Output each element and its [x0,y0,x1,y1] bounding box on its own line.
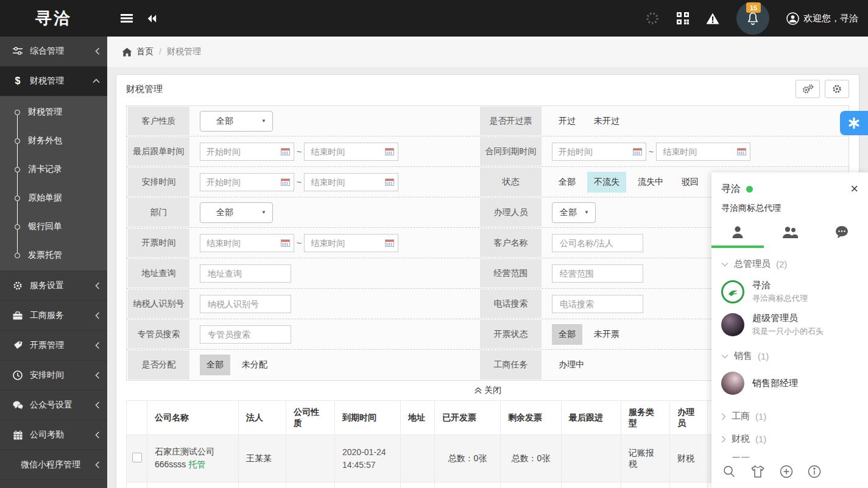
submenu-item-bank-receipts[interactable]: 银行回单 [0,212,107,241]
option-task-in-progress[interactable]: 办理中 [552,355,591,375]
group-super-admins[interactable]: 总管理员 (2) [711,253,868,275]
settings-button[interactable] [825,80,849,98]
loading-spinner-icon[interactable] [645,11,660,26]
supervisor-search-input-wrap[interactable] [200,325,291,344]
date-input[interactable] [658,147,737,157]
breadcrumb-home-link[interactable]: 首页 [122,46,153,57]
gear-icon [832,84,842,94]
user-menu[interactable]: 欢迎您，寻洽 [786,12,858,25]
submenu-label: 发票托管 [28,250,62,261]
qr-code-icon[interactable] [677,12,689,24]
contract-expire-start-date-input[interactable] [552,143,646,161]
option-status-churning[interactable]: 流失中 [631,172,670,193]
dollar-icon: $ [12,76,23,87]
phone-search-input[interactable] [555,299,640,309]
address-search-input-wrap[interactable] [200,264,291,283]
finance-tax-submenu: 财税管理 财务外包 清卡记录 原始单据 银行回单 发票托管 [0,96,107,271]
filter-label-business-scope: 经营范围 [480,259,542,288]
supervisor-search-input[interactable] [203,330,288,339]
tab-contacts[interactable] [711,220,764,248]
add-icon[interactable] [780,465,793,478]
submenu-item-finance-outsourcing[interactable]: 财务外包 [0,126,107,155]
group-finance-tax[interactable]: 财税 (1) [711,428,868,450]
sidebar-item-label: 财税管理 [30,76,64,87]
sidebar-item-wechat-miniprogram[interactable]: 微信小程序管理 [0,450,107,480]
group-business[interactable]: 工商 (1) [711,405,868,428]
search-icon[interactable] [722,465,736,478]
department-select[interactable]: 全部 ▼ [200,202,273,223]
sidebar-item-company-attendance[interactable]: 公司考勤 [0,420,107,450]
business-scope-input[interactable] [555,269,640,278]
close-icon[interactable]: × [850,182,858,196]
sidebar-item-finance-tax[interactable]: $ 财税管理 [0,66,107,96]
option-invoiced[interactable]: 开过 [552,111,582,132]
group-invoicing[interactable]: 开票 (1) [711,450,868,458]
invoice-start-date-input[interactable] [200,234,294,252]
date-input[interactable] [202,238,281,248]
sidebar-item-service-settings[interactable]: 服务设置 [0,271,107,301]
schedule-start-date-input[interactable] [200,173,294,191]
option-assigned-all[interactable]: 全部 [200,355,230,375]
date-input[interactable] [554,147,633,157]
hosting-tag[interactable]: 托管 [188,459,205,469]
option-status-not-churned[interactable]: 不流失 [587,172,626,193]
info-icon[interactable] [808,465,821,478]
tab-messages[interactable] [816,220,868,248]
breadcrumb: 首页 / 财税管理 [107,37,868,67]
submenu-item-card-clearing-records[interactable]: 清卡记录 [0,155,107,183]
shirt-icon[interactable] [750,465,765,478]
customer-name-input[interactable] [555,238,640,248]
phone-search-input-wrap[interactable] [552,295,643,313]
submenu-label: 财税管理 [28,107,62,118]
sidebar-item-general-management[interactable]: 综合管理 [0,37,107,66]
date-input[interactable] [202,177,281,187]
date-input[interactable] [306,147,385,157]
submenu-item-original-documents[interactable]: 原始单据 [0,183,107,212]
option-invoice-status-none[interactable]: 未开票 [587,324,626,345]
taxpayer-id-input[interactable] [203,299,288,309]
calendar-icon [281,239,290,247]
column-settings-button[interactable] [796,80,820,98]
filter-label-handler-staff: 办理人员 [480,198,542,227]
handler-staff-select[interactable]: 全部 ▼ [552,202,596,223]
address-search-input[interactable] [203,269,288,278]
member-name: 销售部经理 [752,378,798,389]
taxpayer-id-input-wrap[interactable] [200,295,291,313]
sidebar-item-invoicing-management[interactable]: 开票管理 [0,331,107,361]
contract-expire-end-date-input[interactable] [656,143,750,161]
last-follow-end-date-input[interactable] [304,143,398,161]
option-not-invoiced[interactable]: 未开过 [587,111,626,132]
notifications-button[interactable]: 15 [736,2,769,35]
sidebar-item-schedule-time[interactable]: 安排时间 [0,361,107,391]
option-invoice-status-all[interactable]: 全部 [552,324,582,345]
submenu-item-finance-tax-management[interactable]: 财税管理 [0,97,107,126]
date-input[interactable] [306,177,385,187]
customer-nature-select[interactable]: 全部 ▼ [200,111,273,132]
calendar-icon [281,178,290,186]
chat-member[interactable]: 销售部经理 [711,367,868,399]
warning-icon[interactable] [706,13,719,24]
date-input[interactable] [202,147,281,157]
collapse-all-button[interactable] [146,14,157,23]
people-icon [782,225,799,239]
group-sales[interactable]: 销售 (1) [711,345,868,367]
sidebar-item-business-services[interactable]: 工商服务 [0,301,107,331]
business-scope-input-wrap[interactable] [552,264,643,283]
row-checkbox[interactable] [132,453,142,462]
sidebar-toggle-button[interactable] [121,13,133,23]
invoice-end-date-input[interactable] [304,234,398,252]
last-follow-start-date-input[interactable] [200,143,294,161]
sidebar-item-official-account-settings[interactable]: 公众号设置 [0,391,107,420]
tab-groups[interactable] [764,220,816,248]
option-status-rejected[interactable]: 驳回 [675,172,705,193]
submenu-item-invoice-hosting[interactable]: 发票托管 [0,241,107,269]
option-status-all[interactable]: 全部 [552,172,582,193]
schedule-end-date-input[interactable] [304,173,398,191]
customer-name-input-wrap[interactable] [552,234,643,252]
date-input[interactable] [306,238,385,248]
quick-actions-float-button[interactable] [840,111,868,135]
chat-member[interactable]: 寻洽 寻洽商标总代理 [711,275,868,308]
option-unassigned[interactable]: 未分配 [235,355,274,375]
chat-member[interactable]: 超级管理员 我是一只小小的石头 [711,308,868,341]
chevron-left-icon [95,48,100,55]
